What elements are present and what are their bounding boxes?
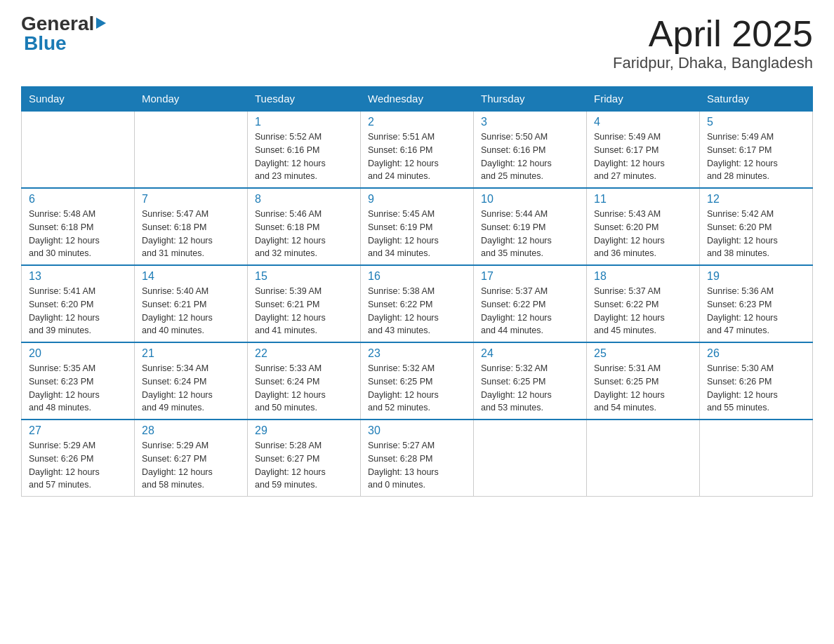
calendar-cell: 30Sunrise: 5:27 AM Sunset: 6:28 PM Dayli…	[361, 420, 474, 497]
day-info: Sunrise: 5:33 AM Sunset: 6:24 PM Dayligh…	[255, 362, 353, 415]
calendar-week-row: 20Sunrise: 5:35 AM Sunset: 6:23 PM Dayli…	[22, 342, 813, 420]
day-info: Sunrise: 5:30 AM Sunset: 6:26 PM Dayligh…	[707, 362, 805, 415]
day-info: Sunrise: 5:37 AM Sunset: 6:22 PM Dayligh…	[594, 285, 692, 337]
day-info: Sunrise: 5:29 AM Sunset: 6:26 PM Dayligh…	[29, 439, 127, 492]
day-info: Sunrise: 5:44 AM Sunset: 6:19 PM Dayligh…	[481, 208, 579, 260]
day-info: Sunrise: 5:41 AM Sunset: 6:20 PM Dayligh…	[29, 285, 127, 337]
day-number: 21	[142, 347, 240, 360]
calendar-cell: 23Sunrise: 5:32 AM Sunset: 6:25 PM Dayli…	[361, 342, 474, 420]
svg-marker-0	[96, 18, 106, 29]
day-info: Sunrise: 5:29 AM Sunset: 6:27 PM Dayligh…	[142, 439, 240, 492]
day-number: 22	[255, 347, 353, 360]
calendar-cell: 6Sunrise: 5:48 AM Sunset: 6:18 PM Daylig…	[22, 188, 135, 265]
day-number: 19	[707, 270, 805, 283]
day-number: 30	[368, 424, 466, 437]
day-info: Sunrise: 5:36 AM Sunset: 6:23 PM Dayligh…	[707, 285, 805, 337]
day-number: 28	[142, 424, 240, 437]
day-number: 12	[707, 193, 805, 206]
day-number: 15	[255, 270, 353, 283]
day-info: Sunrise: 5:34 AM Sunset: 6:24 PM Dayligh…	[142, 362, 240, 415]
day-info: Sunrise: 5:45 AM Sunset: 6:19 PM Dayligh…	[368, 208, 466, 260]
calendar-cell: 1Sunrise: 5:52 AM Sunset: 6:16 PM Daylig…	[248, 111, 361, 188]
calendar-cell	[135, 111, 248, 188]
calendar-week-row: 13Sunrise: 5:41 AM Sunset: 6:20 PM Dayli…	[22, 265, 813, 342]
calendar-cell: 21Sunrise: 5:34 AM Sunset: 6:24 PM Dayli…	[135, 342, 248, 420]
calendar-cell: 19Sunrise: 5:36 AM Sunset: 6:23 PM Dayli…	[700, 265, 813, 342]
calendar-cell: 7Sunrise: 5:47 AM Sunset: 6:18 PM Daylig…	[135, 188, 248, 265]
page-header: General Blue April 2025 Faridpur, Dhaka,…	[21, 14, 813, 72]
logo-arrow-icon	[96, 16, 110, 30]
calendar-header-row: Sunday Monday Tuesday Wednesday Thursday…	[22, 87, 813, 112]
day-info: Sunrise: 5:38 AM Sunset: 6:22 PM Dayligh…	[368, 285, 466, 337]
day-number: 27	[29, 424, 127, 437]
day-number: 13	[29, 270, 127, 283]
col-saturday: Saturday	[700, 87, 813, 112]
day-number: 9	[368, 193, 466, 206]
calendar-week-row: 6Sunrise: 5:48 AM Sunset: 6:18 PM Daylig…	[22, 188, 813, 265]
day-number: 23	[368, 347, 466, 360]
day-number: 11	[594, 193, 692, 206]
calendar-cell	[700, 420, 813, 497]
day-info: Sunrise: 5:47 AM Sunset: 6:18 PM Dayligh…	[142, 208, 240, 260]
day-number: 25	[594, 347, 692, 360]
calendar-cell: 26Sunrise: 5:30 AM Sunset: 6:26 PM Dayli…	[700, 342, 813, 420]
calendar-cell	[587, 420, 700, 497]
logo-blue-text: Blue	[24, 34, 67, 53]
calendar-cell: 8Sunrise: 5:46 AM Sunset: 6:18 PM Daylig…	[248, 188, 361, 265]
day-info: Sunrise: 5:52 AM Sunset: 6:16 PM Dayligh…	[255, 130, 353, 183]
calendar-table: Sunday Monday Tuesday Wednesday Thursday…	[21, 86, 813, 497]
col-tuesday: Tuesday	[248, 87, 361, 112]
day-info: Sunrise: 5:42 AM Sunset: 6:20 PM Dayligh…	[707, 208, 805, 260]
logo: General Blue	[21, 14, 110, 53]
calendar-cell: 20Sunrise: 5:35 AM Sunset: 6:23 PM Dayli…	[22, 342, 135, 420]
calendar-cell: 13Sunrise: 5:41 AM Sunset: 6:20 PM Dayli…	[22, 265, 135, 342]
calendar-cell: 10Sunrise: 5:44 AM Sunset: 6:19 PM Dayli…	[474, 188, 587, 265]
col-friday: Friday	[587, 87, 700, 112]
calendar-week-row: 1Sunrise: 5:52 AM Sunset: 6:16 PM Daylig…	[22, 111, 813, 188]
day-info: Sunrise: 5:50 AM Sunset: 6:16 PM Dayligh…	[481, 130, 579, 183]
day-info: Sunrise: 5:32 AM Sunset: 6:25 PM Dayligh…	[481, 362, 579, 415]
day-info: Sunrise: 5:35 AM Sunset: 6:23 PM Dayligh…	[29, 362, 127, 415]
day-number: 2	[368, 116, 466, 128]
day-info: Sunrise: 5:46 AM Sunset: 6:18 PM Dayligh…	[255, 208, 353, 260]
day-info: Sunrise: 5:49 AM Sunset: 6:17 PM Dayligh…	[707, 130, 805, 183]
col-monday: Monday	[135, 87, 248, 112]
day-number: 29	[255, 424, 353, 437]
day-number: 18	[594, 270, 692, 283]
col-sunday: Sunday	[22, 87, 135, 112]
calendar-cell: 22Sunrise: 5:33 AM Sunset: 6:24 PM Dayli…	[248, 342, 361, 420]
calendar-cell: 15Sunrise: 5:39 AM Sunset: 6:21 PM Dayli…	[248, 265, 361, 342]
calendar-cell	[22, 111, 135, 188]
calendar-cell: 11Sunrise: 5:43 AM Sunset: 6:20 PM Dayli…	[587, 188, 700, 265]
calendar-cell: 27Sunrise: 5:29 AM Sunset: 6:26 PM Dayli…	[22, 420, 135, 497]
day-number: 8	[255, 193, 353, 206]
day-info: Sunrise: 5:48 AM Sunset: 6:18 PM Dayligh…	[29, 208, 127, 260]
calendar-cell: 24Sunrise: 5:32 AM Sunset: 6:25 PM Dayli…	[474, 342, 587, 420]
day-number: 20	[29, 347, 127, 360]
day-info: Sunrise: 5:40 AM Sunset: 6:21 PM Dayligh…	[142, 285, 240, 337]
day-number: 1	[255, 116, 353, 128]
calendar-cell: 16Sunrise: 5:38 AM Sunset: 6:22 PM Dayli…	[361, 265, 474, 342]
day-number: 16	[368, 270, 466, 283]
calendar-cell: 5Sunrise: 5:49 AM Sunset: 6:17 PM Daylig…	[700, 111, 813, 188]
day-info: Sunrise: 5:27 AM Sunset: 6:28 PM Dayligh…	[368, 439, 466, 492]
col-thursday: Thursday	[474, 87, 587, 112]
day-info: Sunrise: 5:51 AM Sunset: 6:16 PM Dayligh…	[368, 130, 466, 183]
day-info: Sunrise: 5:39 AM Sunset: 6:21 PM Dayligh…	[255, 285, 353, 337]
page-title: April 2025	[613, 14, 813, 54]
calendar-cell: 4Sunrise: 5:49 AM Sunset: 6:17 PM Daylig…	[587, 111, 700, 188]
day-number: 7	[142, 193, 240, 206]
calendar-cell: 28Sunrise: 5:29 AM Sunset: 6:27 PM Dayli…	[135, 420, 248, 497]
day-number: 24	[481, 347, 579, 360]
calendar-cell: 9Sunrise: 5:45 AM Sunset: 6:19 PM Daylig…	[361, 188, 474, 265]
day-number: 4	[594, 116, 692, 128]
day-number: 14	[142, 270, 240, 283]
day-number: 3	[481, 116, 579, 128]
calendar-cell	[474, 420, 587, 497]
day-number: 6	[29, 193, 127, 206]
calendar-cell: 18Sunrise: 5:37 AM Sunset: 6:22 PM Dayli…	[587, 265, 700, 342]
day-number: 10	[481, 193, 579, 206]
day-info: Sunrise: 5:37 AM Sunset: 6:22 PM Dayligh…	[481, 285, 579, 337]
calendar-cell: 29Sunrise: 5:28 AM Sunset: 6:27 PM Dayli…	[248, 420, 361, 497]
page-subtitle: Faridpur, Dhaka, Bangladesh	[613, 54, 813, 72]
